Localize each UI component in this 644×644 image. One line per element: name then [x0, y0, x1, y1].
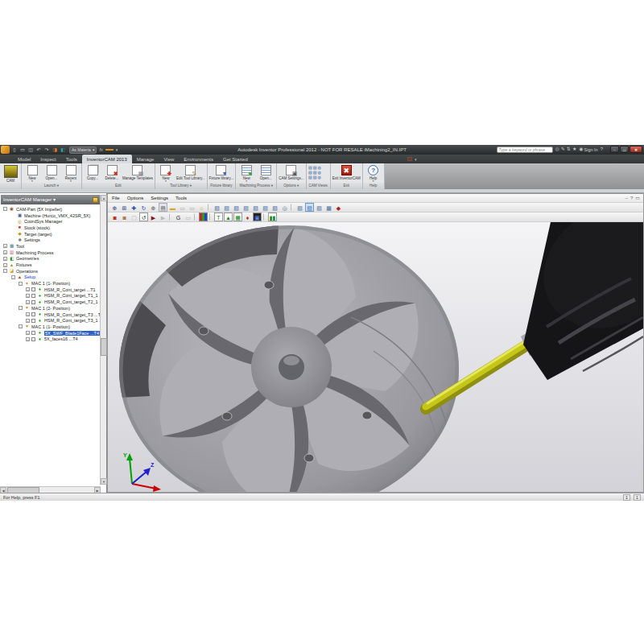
cam-views-buttons[interactable]: ▧▧◍▧▧◍▧▧◍: [308, 164, 326, 180]
qat-overflow-icon[interactable]: ▾: [116, 147, 118, 152]
view-iso4-icon[interactable]: ▧: [242, 203, 250, 212]
minimize-icon[interactable]: –: [625, 195, 628, 202]
help-menu-icon[interactable]: ?: [601, 146, 603, 153]
reset-simulation-icon[interactable]: ↺: [139, 213, 148, 221]
separator[interactable]: [263, 213, 266, 221]
launch-recent-button[interactable]: Recent ▾: [62, 164, 80, 183]
tree-item-machining-process[interactable]: + ▥ Machining Process: [0, 250, 101, 256]
material-dropdown[interactable]: As Materia ▾: [69, 147, 97, 154]
operation-checkbox[interactable]: [31, 294, 35, 298]
menu-item[interactable]: Options: [127, 196, 144, 200]
color-bar-icon[interactable]: [199, 213, 208, 221]
view-iso2-icon[interactable]: ▧: [222, 203, 231, 212]
gcode-icon[interactable]: G: [174, 213, 183, 221]
expander-icon[interactable]: +: [26, 331, 30, 335]
expander-icon[interactable]: -: [19, 306, 23, 310]
community-search-icon[interactable]: ◎: [555, 146, 559, 153]
tree-vertical-scrollbar[interactable]: ▲ ▼: [100, 195, 106, 485]
tree-item-operation[interactable]: + ♦ HSM_R_Cont_target_T3 ...T3: [0, 312, 101, 318]
tree-item-operation-selected[interactable]: + ♦ 5X_SWF_Blade1Face ...T4: [0, 330, 101, 336]
ribbon-group-label[interactable]: [0, 183, 21, 189]
copy-button[interactable]: Copy...: [84, 164, 101, 180]
expander-icon[interactable]: -: [19, 324, 23, 328]
light-icon[interactable]: ☼: [197, 203, 206, 212]
restore-button[interactable]: ▭: [620, 146, 629, 153]
gcode-list-icon[interactable]: ▭: [184, 213, 192, 221]
new-file-icon[interactable]: ▯: [11, 146, 18, 154]
view-top-icon[interactable]: ▧: [305, 203, 314, 212]
rotate-icon[interactable]: ↻: [139, 203, 148, 212]
expander-icon[interactable]: +: [26, 312, 30, 316]
view-sheet-icon[interactable]: ▤: [159, 203, 167, 212]
clip-plane-icon[interactable]: ▢: [130, 213, 138, 221]
zoom-icon[interactable]: ⊕: [110, 203, 119, 212]
tree-item-operation[interactable]: + ♦ HSM_R_Cont_target_T3_1 ...T3: [0, 317, 101, 324]
run-icon[interactable]: ▶: [159, 213, 167, 221]
addin-icon[interactable]: [407, 157, 412, 161]
tree-item-operation[interactable]: + ♦ HSM_R_Cont_target_T1_1 ...T1: [0, 293, 101, 299]
tree-item-operation[interactable]: + ♦ 5X_faces16 ...T4: [0, 336, 101, 342]
scroll-down-icon[interactable]: ▼: [101, 478, 107, 485]
view-iso6-icon[interactable]: ▧: [261, 203, 270, 212]
view-front-icon[interactable]: ▧: [295, 203, 304, 212]
ribbon-group-label[interactable]: Help: [363, 183, 384, 189]
view-back-icon[interactable]: ▩: [324, 203, 333, 212]
cam-settings-button[interactable]: ▣ CAM Settings...: [279, 164, 303, 180]
previous-view-icon[interactable]: ▭: [178, 203, 187, 212]
launch-new-button[interactable]: New ▾: [23, 164, 41, 183]
3d-viewport[interactable]: Y X Z: [108, 222, 643, 492]
menu-item[interactable]: Settings: [151, 196, 168, 200]
operation-checkbox[interactable]: [31, 287, 35, 291]
undo-icon[interactable]: ↶: [35, 146, 42, 154]
expander-icon[interactable]: +: [26, 319, 30, 323]
ribbon-group-label[interactable]: Launch ▾: [22, 183, 81, 189]
operation-checkbox[interactable]: [31, 319, 35, 323]
ribbon-group-label[interactable]: Fixture library: [208, 183, 236, 189]
view-iso3-icon[interactable]: ▧: [232, 203, 241, 212]
operation-checkbox[interactable]: [31, 331, 35, 335]
separator[interactable]: [194, 213, 197, 221]
pan-icon[interactable]: ✚: [130, 203, 138, 212]
ribbon-tab[interactable]: View: [159, 155, 179, 163]
ribbon-tab[interactable]: InventorCAM 2013: [82, 155, 132, 163]
delete-button[interactable]: ✖ Delete...: [103, 164, 121, 180]
ribbon-group-label[interactable]: Options ▾: [277, 183, 305, 189]
ribbon-tab[interactable]: Tools: [61, 155, 82, 163]
ribbon-group-label[interactable]: CAM Views: [307, 183, 330, 189]
pause-icon[interactable]: ▮▮: [268, 213, 277, 221]
solid-verify-icon[interactable]: ◙: [110, 213, 119, 221]
expander-icon[interactable]: +: [3, 250, 7, 254]
operation-checkbox[interactable]: [31, 337, 35, 341]
view-iso5-icon[interactable]: ▧: [251, 203, 260, 212]
tree-item-stock[interactable]: ■ Stock (stock): [0, 225, 101, 231]
ribbon-tab[interactable]: Inspect: [35, 155, 60, 163]
scroll-up-icon[interactable]: ▲: [101, 195, 107, 201]
edit-tool-library-button[interactable]: ✎ Edit Tool Library...: [176, 164, 205, 180]
ribbon-tab[interactable]: Get Started: [218, 155, 253, 163]
help-icon[interactable]: ?: [630, 195, 633, 202]
expander-icon[interactable]: +: [26, 337, 30, 341]
operations-table-icon[interactable]: ▦: [233, 213, 242, 221]
zoom-select-icon[interactable]: ⊕: [149, 203, 158, 212]
ribbon-group-label[interactable]: Edit: [82, 183, 155, 189]
expander-icon[interactable]: +: [26, 287, 30, 291]
tree-item-operation[interactable]: + ♦ HSM_R_Cont_target_T2_1 ...T2: [0, 299, 101, 305]
separator[interactable]: [169, 213, 172, 221]
expander-icon[interactable]: +: [26, 294, 30, 298]
expander-icon[interactable]: -: [11, 275, 15, 279]
pencil-icon[interactable]: ✎: [561, 146, 565, 153]
ribbon-group-label[interactable]: Tool Library ▾: [155, 183, 207, 189]
save-icon[interactable]: ◫: [27, 146, 34, 154]
favorites-icon[interactable]: ★: [572, 146, 576, 153]
tree-item-settings[interactable]: ✱ Settings: [0, 237, 101, 243]
menu-item[interactable]: Tools: [175, 196, 187, 200]
material-icon[interactable]: ◙: [120, 213, 129, 221]
tree-item-machine[interactable]: ▣ Machine (Hurco_VMX_42SR_5X): [0, 213, 101, 219]
show-toolpath-icon[interactable]: ▲: [224, 213, 233, 221]
operation-checkbox[interactable]: [31, 312, 35, 316]
tree-item-cam-part[interactable]: - ◉ CAM-Part (5X Impeller): [0, 206, 101, 213]
search-input[interactable]: [497, 147, 553, 153]
sign-in-button[interactable]: ◉ Sign In: [579, 146, 597, 153]
minimize-button[interactable]: –: [610, 146, 619, 153]
browser-header[interactable]: InventorCAM Manager ▾: [1, 195, 100, 204]
